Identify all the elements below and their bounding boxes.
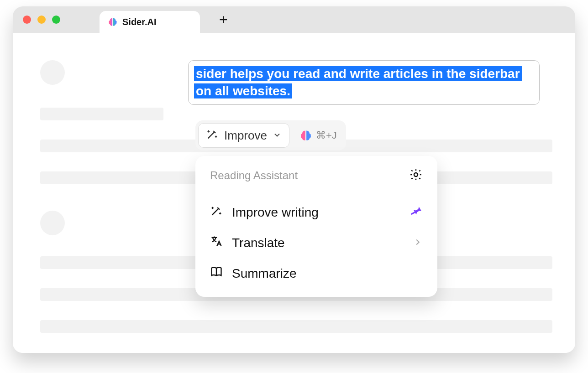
popup-title: Reading Assistant <box>210 169 298 182</box>
inline-action-bar: Improve ⌘+J <box>195 120 346 150</box>
wand-icon <box>206 128 219 144</box>
selected-text-box[interactable]: sider helps you read and write articles … <box>188 60 540 105</box>
shortcut-chip[interactable]: ⌘+J <box>293 123 343 148</box>
svg-point-0 <box>414 173 418 176</box>
gear-icon[interactable] <box>409 168 423 183</box>
menu-item-summarize[interactable]: Summarize <box>210 258 423 289</box>
titlebar: Sider.AI + <box>13 6 575 33</box>
tab-title: Sider.AI <box>122 17 156 27</box>
skeleton-bar <box>40 108 163 120</box>
wand-icon <box>210 204 223 220</box>
menu-item-translate[interactable]: Translate <box>210 228 423 258</box>
chevron-right-icon <box>413 236 423 250</box>
browser-window: Sider.AI + sider helps you read and writ… <box>13 6 575 353</box>
menu-item-label: Translate <box>232 236 285 250</box>
skeleton-avatar <box>40 211 65 235</box>
close-window-button[interactable] <box>23 16 31 24</box>
book-icon <box>210 265 223 281</box>
menu-item-improve-writing[interactable]: Improve writing <box>210 197 423 228</box>
page-content: sider helps you read and write articles … <box>13 33 575 353</box>
menu-item-label: Summarize <box>232 266 297 281</box>
maximize-window-button[interactable] <box>52 16 60 24</box>
sider-brain-icon <box>108 17 118 27</box>
menu-item-label: Improve writing <box>232 205 319 220</box>
window-controls <box>23 16 60 24</box>
skeleton-left <box>40 60 173 120</box>
minimize-window-button[interactable] <box>37 16 46 24</box>
pin-icon[interactable] <box>411 205 423 220</box>
reading-assistant-popup: Reading Assistant Improve writin <box>195 156 437 297</box>
sider-brain-icon <box>299 129 312 142</box>
chevron-down-icon <box>273 129 282 143</box>
skeleton-avatar <box>40 60 65 85</box>
browser-tab[interactable]: Sider.AI <box>100 11 200 33</box>
new-tab-button[interactable]: + <box>219 12 228 27</box>
shortcut-label: ⌘+J <box>316 130 337 141</box>
selected-text: sider helps you read and write articles … <box>194 66 522 98</box>
improve-label: Improve <box>224 129 267 143</box>
improve-dropdown-button[interactable]: Improve <box>198 123 289 148</box>
skeleton-bar <box>40 320 552 333</box>
translate-icon <box>210 235 223 251</box>
